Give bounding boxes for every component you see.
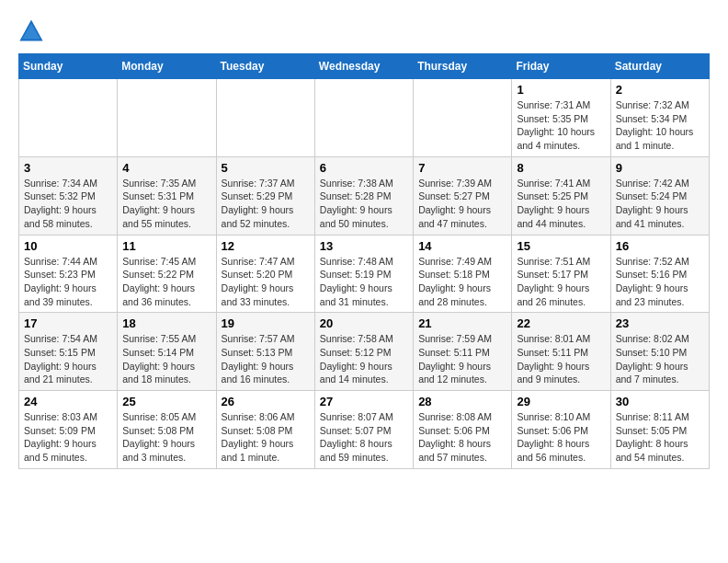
day-number: 3 (24, 161, 112, 175)
day-info: Sunrise: 7:32 AM Sunset: 5:34 PM Dayligh… (616, 98, 704, 153)
calendar-cell: 19Sunrise: 7:57 AM Sunset: 5:13 PM Dayli… (216, 313, 314, 391)
calendar-cell: 22Sunrise: 8:01 AM Sunset: 5:11 PM Dayli… (512, 313, 610, 391)
day-info: Sunrise: 7:54 AM Sunset: 5:15 PM Dayligh… (24, 332, 112, 386)
day-info: Sunrise: 7:38 AM Sunset: 5:28 PM Dayligh… (320, 177, 408, 231)
calendar-cell: 3Sunrise: 7:34 AM Sunset: 5:32 PM Daylig… (19, 156, 118, 235)
calendar-cell: 13Sunrise: 7:48 AM Sunset: 5:19 PM Dayli… (314, 235, 413, 313)
day-info: Sunrise: 8:11 AM Sunset: 5:05 PM Dayligh… (616, 410, 704, 465)
day-number: 14 (418, 239, 506, 253)
day-info: Sunrise: 8:02 AM Sunset: 5:10 PM Dayligh… (616, 332, 704, 386)
day-number: 25 (122, 395, 210, 408)
calendar-table: SundayMondayTuesdayWednesdayThursdayFrid… (18, 53, 710, 469)
calendar-week-4: 17Sunrise: 7:54 AM Sunset: 5:15 PM Dayli… (19, 313, 710, 391)
day-number: 1 (517, 83, 605, 97)
calendar-cell: 1Sunrise: 7:31 AM Sunset: 5:35 PM Daylig… (512, 79, 610, 157)
logo (18, 18, 48, 44)
weekday-header-thursday: Thursday (414, 54, 512, 79)
day-number: 17 (24, 316, 112, 330)
calendar-cell (118, 79, 216, 157)
day-info: Sunrise: 8:03 AM Sunset: 5:09 PM Dayligh… (24, 410, 112, 465)
day-number: 28 (418, 395, 506, 408)
calendar-cell: 7Sunrise: 7:39 AM Sunset: 5:27 PM Daylig… (414, 156, 512, 235)
calendar-cell: 9Sunrise: 7:42 AM Sunset: 5:24 PM Daylig… (610, 156, 709, 235)
weekday-header-saturday: Saturday (610, 54, 709, 79)
calendar-week-2: 3Sunrise: 7:34 AM Sunset: 5:32 PM Daylig… (19, 156, 710, 235)
day-number: 26 (222, 395, 310, 408)
day-number: 11 (122, 239, 210, 253)
day-number: 30 (616, 395, 704, 408)
calendar-cell: 18Sunrise: 7:55 AM Sunset: 5:14 PM Dayli… (118, 313, 216, 391)
day-number: 22 (517, 316, 605, 330)
day-number: 24 (24, 395, 112, 408)
day-info: Sunrise: 8:07 AM Sunset: 5:07 PM Dayligh… (320, 410, 408, 465)
day-info: Sunrise: 7:41 AM Sunset: 5:25 PM Dayligh… (517, 177, 605, 231)
calendar-cell: 4Sunrise: 7:35 AM Sunset: 5:31 PM Daylig… (118, 156, 216, 235)
calendar-cell (414, 79, 512, 157)
calendar-cell: 16Sunrise: 7:52 AM Sunset: 5:16 PM Dayli… (610, 235, 709, 313)
calendar-cell: 17Sunrise: 7:54 AM Sunset: 5:15 PM Dayli… (19, 313, 118, 391)
day-number: 16 (616, 239, 704, 253)
day-info: Sunrise: 7:37 AM Sunset: 5:29 PM Dayligh… (222, 177, 310, 231)
day-info: Sunrise: 7:31 AM Sunset: 5:35 PM Dayligh… (517, 98, 605, 153)
calendar-week-3: 10Sunrise: 7:44 AM Sunset: 5:23 PM Dayli… (19, 235, 710, 313)
day-info: Sunrise: 7:42 AM Sunset: 5:24 PM Dayligh… (616, 177, 704, 231)
calendar-cell: 2Sunrise: 7:32 AM Sunset: 5:34 PM Daylig… (610, 79, 709, 157)
weekday-header-sunday: Sunday (19, 54, 118, 79)
logo-icon (18, 18, 44, 44)
day-number: 12 (222, 239, 310, 253)
day-info: Sunrise: 7:51 AM Sunset: 5:17 PM Dayligh… (517, 255, 605, 309)
calendar-cell: 6Sunrise: 7:38 AM Sunset: 5:28 PM Daylig… (314, 156, 413, 235)
day-number: 20 (320, 316, 408, 330)
day-info: Sunrise: 8:05 AM Sunset: 5:08 PM Dayligh… (122, 410, 210, 465)
calendar-cell: 12Sunrise: 7:47 AM Sunset: 5:20 PM Dayli… (216, 235, 314, 313)
day-info: Sunrise: 7:55 AM Sunset: 5:14 PM Dayligh… (122, 332, 210, 386)
day-number: 27 (320, 395, 408, 408)
day-info: Sunrise: 7:49 AM Sunset: 5:18 PM Dayligh… (418, 255, 506, 309)
weekday-header-row: SundayMondayTuesdayWednesdayThursdayFrid… (19, 54, 710, 79)
calendar-week-1: 1Sunrise: 7:31 AM Sunset: 5:35 PM Daylig… (19, 79, 710, 157)
day-number: 29 (517, 395, 605, 408)
weekday-header-monday: Monday (118, 54, 216, 79)
day-info: Sunrise: 7:59 AM Sunset: 5:11 PM Dayligh… (418, 332, 506, 386)
calendar-cell: 10Sunrise: 7:44 AM Sunset: 5:23 PM Dayli… (19, 235, 118, 313)
weekday-header-tuesday: Tuesday (216, 54, 314, 79)
day-number: 15 (517, 239, 605, 253)
calendar-cell: 30Sunrise: 8:11 AM Sunset: 5:05 PM Dayli… (610, 391, 709, 469)
calendar-cell: 26Sunrise: 8:06 AM Sunset: 5:08 PM Dayli… (216, 391, 314, 469)
calendar-cell: 25Sunrise: 8:05 AM Sunset: 5:08 PM Dayli… (118, 391, 216, 469)
calendar-cell: 14Sunrise: 7:49 AM Sunset: 5:18 PM Dayli… (414, 235, 512, 313)
day-info: Sunrise: 7:45 AM Sunset: 5:22 PM Dayligh… (122, 255, 210, 309)
calendar-cell: 11Sunrise: 7:45 AM Sunset: 5:22 PM Dayli… (118, 235, 216, 313)
day-info: Sunrise: 7:44 AM Sunset: 5:23 PM Dayligh… (24, 255, 112, 309)
day-info: Sunrise: 8:08 AM Sunset: 5:06 PM Dayligh… (418, 410, 506, 465)
page-header (18, 18, 710, 44)
calendar-cell: 23Sunrise: 8:02 AM Sunset: 5:10 PM Dayli… (610, 313, 709, 391)
day-info: Sunrise: 7:52 AM Sunset: 5:16 PM Dayligh… (616, 255, 704, 309)
calendar-cell: 24Sunrise: 8:03 AM Sunset: 5:09 PM Dayli… (19, 391, 118, 469)
calendar-cell: 29Sunrise: 8:10 AM Sunset: 5:06 PM Dayli… (512, 391, 610, 469)
day-number: 13 (320, 239, 408, 253)
day-number: 5 (222, 161, 310, 175)
calendar-cell: 21Sunrise: 7:59 AM Sunset: 5:11 PM Dayli… (414, 313, 512, 391)
day-number: 10 (24, 239, 112, 253)
calendar-cell: 28Sunrise: 8:08 AM Sunset: 5:06 PM Dayli… (414, 391, 512, 469)
day-info: Sunrise: 7:35 AM Sunset: 5:31 PM Dayligh… (122, 177, 210, 231)
day-number: 21 (418, 316, 506, 330)
calendar-cell: 5Sunrise: 7:37 AM Sunset: 5:29 PM Daylig… (216, 156, 314, 235)
day-number: 9 (616, 161, 704, 175)
calendar-cell (19, 79, 118, 157)
day-number: 2 (616, 83, 704, 97)
day-info: Sunrise: 7:34 AM Sunset: 5:32 PM Dayligh… (24, 177, 112, 231)
day-number: 18 (122, 316, 210, 330)
day-info: Sunrise: 7:57 AM Sunset: 5:13 PM Dayligh… (222, 332, 310, 386)
day-number: 23 (616, 316, 704, 330)
calendar-cell: 27Sunrise: 8:07 AM Sunset: 5:07 PM Dayli… (314, 391, 413, 469)
weekday-header-friday: Friday (512, 54, 610, 79)
day-info: Sunrise: 8:06 AM Sunset: 5:08 PM Dayligh… (222, 410, 310, 465)
day-info: Sunrise: 7:48 AM Sunset: 5:19 PM Dayligh… (320, 255, 408, 309)
day-number: 4 (122, 161, 210, 175)
day-info: Sunrise: 8:01 AM Sunset: 5:11 PM Dayligh… (517, 332, 605, 386)
day-number: 19 (222, 316, 310, 330)
calendar-cell (216, 79, 314, 157)
calendar-week-5: 24Sunrise: 8:03 AM Sunset: 5:09 PM Dayli… (19, 391, 710, 469)
